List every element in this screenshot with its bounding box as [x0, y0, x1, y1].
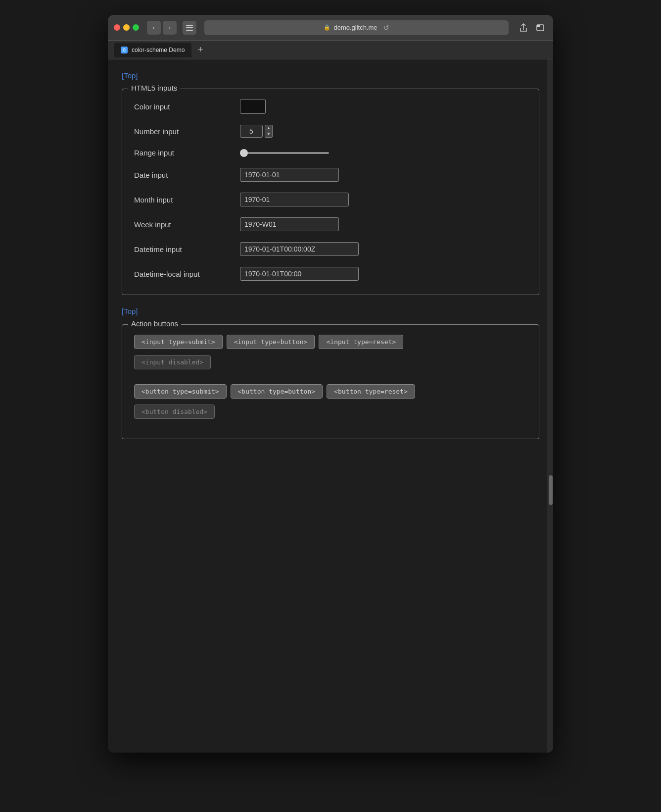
- back-button[interactable]: ‹: [147, 21, 161, 35]
- input-submit-button[interactable]: <input type=submit>: [134, 335, 223, 349]
- new-tab-button[interactable]: +: [193, 43, 207, 57]
- sidebar-button[interactable]: [183, 21, 196, 35]
- datetime-local-input-row: Datetime-local input: [134, 267, 527, 281]
- number-input[interactable]: [240, 125, 263, 138]
- datetime-local-input[interactable]: [240, 267, 359, 281]
- number-label: Number input: [134, 127, 233, 136]
- html5-inputs-section: HTML5 inputs Color input Number input ▲ …: [122, 89, 539, 295]
- date-input[interactable]: [240, 168, 339, 182]
- button-disabled-button: <button disabled>: [134, 405, 215, 419]
- number-spinner[interactable]: ▲ ▼: [265, 125, 273, 138]
- svg-rect-1: [186, 27, 193, 28]
- share-icon[interactable]: [517, 21, 530, 35]
- date-label: Date input: [134, 171, 233, 179]
- month-input[interactable]: [240, 193, 349, 206]
- close-button[interactable]: [114, 24, 120, 31]
- button-button-button[interactable]: <button type=button>: [231, 384, 323, 399]
- datetime-local-label: Datetime-local input: [134, 270, 233, 278]
- datetime-label: Datetime input: [134, 245, 233, 254]
- lock-icon: 🔒: [324, 24, 330, 31]
- html5-legend: HTML5 inputs: [128, 84, 180, 92]
- active-tab[interactable]: C color-scheme Demo: [114, 43, 191, 57]
- forward-button[interactable]: ›: [163, 21, 177, 35]
- button-elements-row: <button type=submit> <button type=button…: [134, 384, 527, 399]
- spin-up-icon[interactable]: ▲: [267, 126, 271, 130]
- action-buttons-section: Action buttons <input type=submit> <inpu…: [122, 324, 539, 439]
- input-button-button[interactable]: <input type=button>: [227, 335, 315, 349]
- input-reset-button[interactable]: <input type=reset>: [319, 335, 403, 349]
- top-link-1[interactable]: [Top]: [122, 71, 138, 80]
- tab-title: color-scheme Demo: [132, 47, 185, 53]
- input-disabled-row: <input disabled>: [134, 355, 527, 369]
- color-input-row: Color input: [134, 99, 527, 114]
- browser-body: [Top] HTML5 inputs Color input Number in…: [108, 59, 553, 753]
- number-input-wrap: ▲ ▼: [240, 125, 273, 138]
- range-label: Range input: [134, 149, 233, 157]
- svg-rect-0: [186, 25, 193, 26]
- range-input-row: Range input: [134, 149, 527, 157]
- tab-bar: C color-scheme Demo +: [108, 41, 553, 59]
- tab-favicon: C: [121, 47, 128, 53]
- range-input[interactable]: [240, 152, 329, 154]
- address-bar[interactable]: 🔒 demo.glitch.me ↺: [204, 20, 509, 35]
- minimize-button[interactable]: [123, 24, 130, 31]
- action-legend: Action buttons: [128, 319, 181, 328]
- month-label: Month input: [134, 196, 233, 204]
- color-label: Color input: [134, 102, 233, 111]
- month-input-row: Month input: [134, 193, 527, 206]
- scrollbar-thumb[interactable]: [549, 475, 553, 505]
- button-submit-button[interactable]: <button type=submit>: [134, 384, 227, 399]
- input-disabled-button: <input disabled>: [134, 355, 211, 369]
- url-text: demo.glitch.me: [333, 24, 377, 31]
- input-buttons-row: <input type=submit> <input type=button> …: [134, 335, 527, 349]
- week-label: Week input: [134, 220, 233, 229]
- button-reset-button[interactable]: <button type=reset>: [327, 384, 415, 399]
- number-input-row: Number input ▲ ▼: [134, 125, 527, 138]
- page-content: [Top] HTML5 inputs Color input Number in…: [108, 59, 553, 753]
- datetime-input-row: Datetime input: [134, 242, 527, 256]
- week-input-row: Week input: [134, 217, 527, 231]
- traffic-lights: [114, 24, 139, 31]
- scrollbar[interactable]: [547, 59, 553, 753]
- week-input[interactable]: [240, 217, 339, 231]
- color-input[interactable]: [240, 99, 266, 114]
- svg-rect-4: [537, 25, 540, 27]
- button-disabled-row: <button disabled>: [134, 405, 527, 419]
- date-input-row: Date input: [134, 168, 527, 182]
- title-bar: ‹ › 🔒 demo.glitch.me ↺: [108, 15, 553, 41]
- svg-rect-2: [186, 30, 193, 31]
- new-tab-icon[interactable]: [533, 21, 547, 35]
- maximize-button[interactable]: [133, 24, 139, 31]
- datetime-input[interactable]: [240, 242, 359, 256]
- spin-down-icon[interactable]: ▼: [267, 132, 271, 136]
- top-link-2[interactable]: [Top]: [122, 307, 138, 315]
- reload-icon[interactable]: ↺: [383, 24, 389, 32]
